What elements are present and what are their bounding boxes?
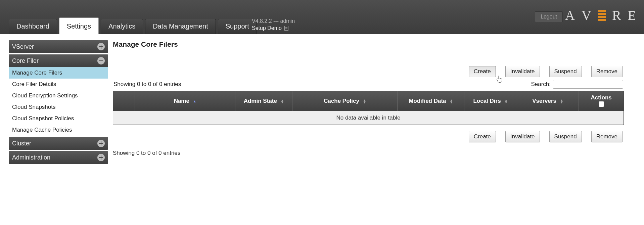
sort-icon: ▲▼ (363, 99, 366, 103)
expand-icon (97, 140, 105, 147)
core-filers-table: Name ▲ Admin State ▲▼ Cache Policy ▲▼ (113, 91, 624, 125)
sort-icon: ▲▼ (560, 99, 563, 103)
col-vservers[interactable]: Vservers ▲▼ (517, 91, 579, 111)
col-modified-data[interactable]: Modified Data ▲▼ (398, 91, 464, 111)
col-label: Modified Data (409, 98, 446, 104)
brand-letter-e2: E (628, 7, 637, 23)
col-admin-state[interactable]: Admin State ▲▼ (235, 91, 292, 111)
tab-settings[interactable]: Settings (59, 17, 99, 34)
col-name[interactable]: Name ▲ (135, 91, 235, 111)
brand-letter-e-icon (598, 8, 606, 22)
table-empty-row: No data available in table (113, 111, 624, 125)
header-meta: V4.8.2.2 --- admin Setup Demo (252, 18, 295, 32)
suspend-button-bottom[interactable]: Suspend (549, 131, 582, 142)
sidebar-section-label: Administration (12, 154, 50, 161)
sidebar-section-administration[interactable]: Administration (9, 151, 108, 164)
create-button[interactable]: Create (469, 66, 496, 77)
suspend-button[interactable]: Suspend (549, 66, 582, 77)
empty-message: No data available in table (113, 111, 624, 125)
brand-letter-r: R (612, 7, 622, 23)
collapse-icon (97, 57, 105, 64)
tab-analytics[interactable]: Analytics (101, 19, 143, 34)
sort-icon: ▲▼ (281, 99, 284, 103)
page-title: Manage Core Filers (113, 40, 624, 48)
sidebar-section-cluster[interactable]: Cluster (9, 137, 108, 150)
col-label: Admin State (244, 98, 277, 104)
version-line: V4.8.2.2 --- admin (252, 18, 295, 25)
showing-entries-bottom: Showing 0 to 0 of 0 entries (113, 150, 624, 156)
expand-icon (97, 154, 105, 161)
search-input[interactable] (553, 80, 623, 89)
expand-icon (97, 43, 105, 50)
sort-icon: ▲▼ (504, 99, 508, 103)
showing-entries-top: Showing 0 to 0 of 0 entries (113, 81, 181, 88)
sidebar-item-cloud-snapshots[interactable]: Cloud Snapshots (9, 101, 108, 113)
brand-letter-v: V (582, 7, 592, 23)
col-label: Vservers (532, 98, 556, 104)
top-bar: Logout A V R E Dashboard Settings Analyt… (0, 0, 644, 34)
invalidate-button[interactable]: Invalidate (505, 66, 540, 77)
remove-button[interactable]: Remove (591, 66, 623, 77)
remove-button-bottom[interactable]: Remove (591, 131, 623, 142)
tab-data-management[interactable]: Data Management (145, 19, 216, 34)
tab-support[interactable]: Support (218, 19, 257, 34)
create-button-bottom[interactable]: Create (469, 131, 496, 142)
sidebar-section-label: Cluster (12, 140, 31, 147)
main-tabs: Dashboard Settings Analytics Data Manage… (9, 17, 259, 34)
col-label: Cache Policy (324, 98, 359, 104)
logout-button[interactable]: Logout (535, 11, 563, 22)
sidebar: VServer Core Filer Manage Core Filers Co… (9, 40, 108, 165)
sidebar-section-core-filer[interactable]: Core Filer (9, 54, 108, 67)
sidebar-item-cloud-encryption[interactable]: Cloud Encryption Settings (9, 90, 108, 101)
sidebar-item-core-filer-details[interactable]: Core Filer Details (9, 79, 108, 90)
col-label: Local Dirs (473, 98, 501, 104)
sidebar-section-label: VServer (12, 43, 34, 50)
document-icon[interactable] (284, 26, 288, 31)
sort-icon: ▲ (193, 100, 196, 102)
col-cache-policy[interactable]: Cache Policy ▲▼ (292, 91, 398, 111)
sidebar-section-vserver[interactable]: VServer (9, 40, 108, 53)
sidebar-item-manage-cache-policies[interactable]: Manage Cache Policies (9, 124, 108, 136)
col-label: Name (174, 98, 189, 104)
col-actions[interactable]: Actions (579, 91, 624, 111)
search-label: Search: (531, 81, 551, 88)
brand-letter-a: A (565, 7, 576, 23)
col-expand[interactable] (113, 91, 135, 111)
action-row-top: Create Invalidate Suspend Remove (113, 66, 624, 77)
main-content: Manage Core Filers Create Invalidate Sus… (113, 40, 644, 156)
col-local-dirs[interactable]: Local Dirs ▲▼ (464, 91, 517, 111)
setup-line: Setup Demo (252, 25, 282, 31)
select-all-checkbox[interactable] (599, 101, 604, 107)
sidebar-item-manage-core-filers[interactable]: Manage Core Filers (9, 67, 108, 79)
sort-icon: ▲▼ (450, 99, 453, 103)
tab-dashboard[interactable]: Dashboard (9, 19, 57, 34)
brand-logo: A V R E (565, 7, 637, 23)
sidebar-item-cloud-snap-policies[interactable]: Cloud Snapshot Policies (9, 113, 108, 124)
sidebar-section-label: Core Filer (12, 57, 39, 64)
invalidate-button-bottom[interactable]: Invalidate (505, 131, 540, 142)
col-label: Actions (591, 94, 611, 101)
action-row-bottom: Create Invalidate Suspend Remove (113, 131, 624, 142)
